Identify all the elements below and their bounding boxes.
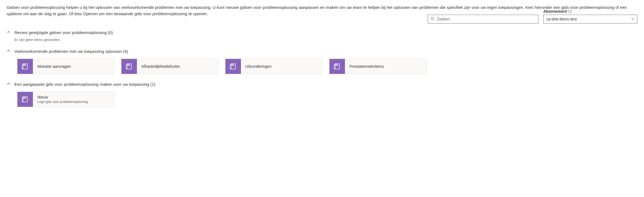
troubleshoot-guide-icon bbox=[17, 59, 33, 74]
section-custom-title: Een aangepaste gids voor probleemoplossi… bbox=[14, 82, 155, 87]
tile-performance-counters[interactable]: Prestatiemeteritems bbox=[329, 59, 427, 74]
section-common: Veelvoorkomende problemen met uw toepass… bbox=[7, 47, 637, 77]
subscription-value: ca-dnb-demo-test bbox=[546, 17, 577, 21]
tile-body: Mislukte aanvragen bbox=[33, 59, 114, 74]
section-common-tiles: Mislukte aanvragen Afhankelijkheidsfoute… bbox=[7, 55, 637, 77]
tile-title: Afhankelijkheidsfouten bbox=[141, 64, 214, 69]
tile-body: Uitzonderingen bbox=[241, 59, 322, 74]
chevron-up-icon bbox=[7, 49, 11, 54]
subscription-select-wrapper: ca-dnb-demo-test bbox=[543, 15, 637, 24]
svg-rect-6 bbox=[24, 64, 26, 66]
troubleshoot-guide-icon bbox=[225, 59, 241, 74]
section-custom: Een aangepaste gids voor probleemoplossi… bbox=[7, 80, 637, 110]
tile-subtitle: Lege gids voor probleemoplossing bbox=[37, 100, 110, 104]
svg-rect-12 bbox=[336, 64, 338, 66]
section-recent-header[interactable]: Recent gewijzigde gidsen voor probleemop… bbox=[7, 28, 637, 37]
svg-rect-8 bbox=[128, 64, 130, 66]
subscription-label-text: Abonnement bbox=[543, 9, 567, 14]
section-recent-title: Recent gewijzigde gidsen voor probleemop… bbox=[14, 30, 113, 35]
section-common-title: Veelvoorkomende problemen met uw toepass… bbox=[14, 49, 128, 54]
tile-title: Nieuw bbox=[37, 95, 110, 99]
tile-new[interactable]: Nieuw Lege gids voor probleemoplossing bbox=[17, 92, 115, 107]
section-recent: Recent gewijzigde gidsen voor probleemop… bbox=[7, 28, 637, 45]
tile-title: Prestatiemeteritems bbox=[349, 64, 422, 69]
svg-rect-10 bbox=[232, 64, 234, 66]
section-custom-header[interactable]: Een aangepaste gids voor probleemoplossi… bbox=[7, 80, 637, 88]
troubleshoot-guide-icon bbox=[17, 92, 33, 107]
tile-title: Mislukte aanvragen bbox=[37, 64, 110, 69]
troubleshoot-guide-icon bbox=[121, 59, 137, 74]
tile-dependency-failures[interactable]: Afhankelijkheidsfouten bbox=[121, 59, 219, 74]
subscription-label: Abonnement bbox=[543, 9, 637, 14]
search-input[interactable] bbox=[428, 15, 538, 24]
info-icon bbox=[568, 9, 572, 13]
section-custom-tiles: Nieuw Lege gids voor probleemoplossing bbox=[7, 88, 637, 110]
search-wrapper bbox=[428, 15, 538, 24]
svg-point-4 bbox=[570, 11, 570, 11]
subscription-select[interactable]: ca-dnb-demo-test bbox=[543, 15, 637, 24]
section-common-header[interactable]: Veelvoorkomende problemen met uw toepass… bbox=[7, 47, 637, 55]
svg-rect-14 bbox=[24, 97, 26, 98]
subscription-block: Abonnement ca-dnb-demo-test bbox=[543, 9, 637, 24]
chevron-up-icon bbox=[7, 82, 11, 87]
tile-exceptions[interactable]: Uitzonderingen bbox=[225, 59, 323, 74]
tile-body: Prestatiemeteritems bbox=[345, 59, 426, 74]
tile-title: Uitzonderingen bbox=[245, 64, 318, 69]
tile-failed-requests[interactable]: Mislukte aanvragen bbox=[17, 59, 115, 74]
tile-body: Afhankelijkheidsfouten bbox=[137, 59, 218, 74]
chevron-up-icon bbox=[7, 30, 11, 35]
section-recent-empty: Er zijn geen items gevonden. bbox=[7, 37, 637, 45]
troubleshoot-guide-icon bbox=[329, 59, 345, 74]
tile-body: Nieuw Lege gids voor probleemoplossing bbox=[33, 92, 114, 107]
